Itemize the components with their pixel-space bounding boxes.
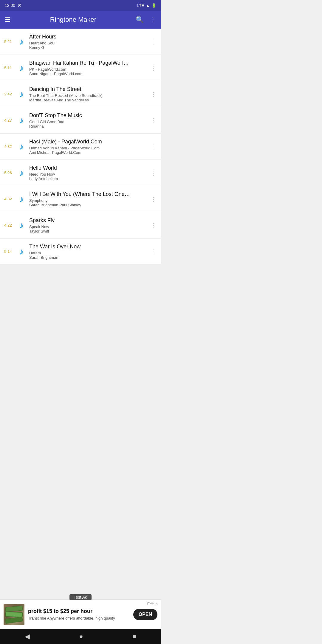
song-more-button[interactable]: ⋮ [148,115,159,126]
song-info: Sparks Fly Speak Now Taylor Swift [29,217,145,233]
song-duration: 4:22 [2,223,14,227]
app-bar: ☰ Ringtone Maker 🔍 ⋮ [0,11,161,29]
song-album: The Boat That Rocked (Movie Soundtrack) [29,93,145,98]
song-artist: Rihanna [29,124,145,129]
status-time: 12:00 [5,3,15,8]
song-more-button[interactable]: ⋮ [148,220,159,231]
song-artist: Kenny G [29,45,145,50]
song-duration: 4:27 [2,118,14,123]
song-title: After Hours [29,33,145,40]
song-info: I Will Be With You (Where The Lost One… … [29,191,145,207]
song-more-button[interactable]: ⋮ [148,36,159,47]
song-duration: 4:32 [2,144,14,149]
song-duration: 5:11 [2,66,14,70]
song-title: I Will Be With You (Where The Lost One… [29,191,145,198]
song-item[interactable]: 5:11 ♪ Bhagwan Hai Kahan Re Tu - PagalWo… [0,55,161,81]
song-album: Need You Now [29,172,145,177]
music-note-icon: ♪ [16,168,27,178]
song-album: Good Girl Gone Bad [29,120,145,124]
more-options-button[interactable]: ⋮ [150,16,156,23]
song-album: Harem [29,251,145,255]
song-title: Hasi (Male) - PagalWorld.Com [29,138,145,145]
status-icon: ⊙ [18,3,21,8]
music-note-icon: ♪ [16,220,27,230]
song-artist: Lady Antebellum [29,177,145,181]
song-duration: 2:42 [2,92,14,96]
song-artist: Sarah Brightman,Paul Stanley [29,203,145,207]
music-note-icon: ♪ [16,142,27,152]
status-bar: 12:00 ⊙ LTE ▲ 🔋 [0,0,161,11]
song-item[interactable]: 2:42 ♪ Dancing In The Street The Boat Th… [0,81,161,107]
song-title: Bhagwan Hai Kahan Re Tu - PagalWorl… [29,60,145,66]
music-note-icon: ♪ [16,115,27,126]
song-info: The War Is Over Now Harem Sarah Brightma… [29,243,145,260]
search-icon: 🔍 [136,16,144,23]
song-more-button[interactable]: ⋮ [148,194,159,205]
song-item[interactable]: 5:21 ♪ After Hours Heart And Soul Kenny … [0,29,161,55]
song-album: Speak Now [29,225,145,229]
song-item[interactable]: 4:22 ♪ Sparks Fly Speak Now Taylor Swift… [0,212,161,239]
song-duration: 5:26 [2,171,14,175]
song-album: Heart And Soul [29,41,145,45]
song-item[interactable]: 5:14 ♪ The War Is Over Now Harem Sarah B… [0,239,161,265]
song-artist: Sonu Nigam - PagalWorld.com [29,72,145,76]
song-title: Hello World [29,165,145,171]
song-info: Dancing In The Street The Boat That Rock… [29,86,145,102]
music-note-icon: ♪ [16,194,27,204]
song-info: After Hours Heart And Soul Kenny G [29,33,145,50]
song-info: Don'T Stop The Music Good Girl Gone Bad … [29,112,145,129]
song-more-button[interactable]: ⋮ [148,141,159,152]
music-note-icon: ♪ [16,247,27,257]
song-title: Sparks Fly [29,217,145,224]
song-artist: Ami Mishra - PagalWorld.Com [29,150,145,155]
song-artist: Martha Reeves And The Vandellas [29,98,145,102]
song-duration: 5:14 [2,249,14,254]
status-right: LTE ▲ 🔋 [137,3,156,8]
signal-icon: ▲ [146,3,150,8]
menu-icon: ☰ [5,16,11,23]
song-info: Hasi (Male) - PagalWorld.Com Hamari Adhu… [29,138,145,155]
more-icon: ⋮ [150,16,156,23]
song-title: The War Is Over Now [29,243,145,250]
battery-icon: 🔋 [151,3,156,8]
song-item[interactable]: 5:26 ♪ Hello World Need You Now Lady Ant… [0,160,161,186]
lte-indicator: LTE [137,3,144,8]
song-item[interactable]: 4:32 ♪ Hasi (Male) - PagalWorld.Com Hama… [0,134,161,160]
song-artist: Sarah Brightman [29,255,145,260]
song-album: Symphony [29,198,145,203]
menu-button[interactable]: ☰ [5,16,11,23]
music-note-icon: ♪ [16,89,27,99]
song-more-button[interactable]: ⋮ [148,246,159,257]
song-item[interactable]: 4:32 ♪ I Will Be With You (Where The Los… [0,186,161,212]
song-duration: 4:32 [2,197,14,201]
song-more-button[interactable]: ⋮ [148,168,159,178]
music-note-icon: ♪ [16,37,27,47]
music-note-icon: ♪ [16,63,27,73]
song-title: Dancing In The Street [29,86,145,93]
song-album: PK - PagalWorld.com [29,67,145,72]
song-item[interactable]: 4:27 ♪ Don'T Stop The Music Good Girl Go… [0,107,161,134]
app-bar-actions: 🔍 ⋮ [136,16,156,23]
search-button[interactable]: 🔍 [136,16,144,23]
song-title: Don'T Stop The Music [29,112,145,119]
song-more-button[interactable]: ⋮ [148,63,159,73]
song-artist: Taylor Swift [29,229,145,233]
song-info: Hello World Need You Now Lady Antebellum [29,165,145,181]
song-more-button[interactable]: ⋮ [148,89,159,100]
song-info: Bhagwan Hai Kahan Re Tu - PagalWorl… PK … [29,60,145,76]
song-duration: 5:21 [2,39,14,44]
song-list: 5:21 ♪ After Hours Heart And Soul Kenny … [0,29,161,265]
app-title: Ringtone Maker [16,16,131,24]
song-album: Hamari Adhuri Kahani - PagalWorld.Com [29,146,145,150]
